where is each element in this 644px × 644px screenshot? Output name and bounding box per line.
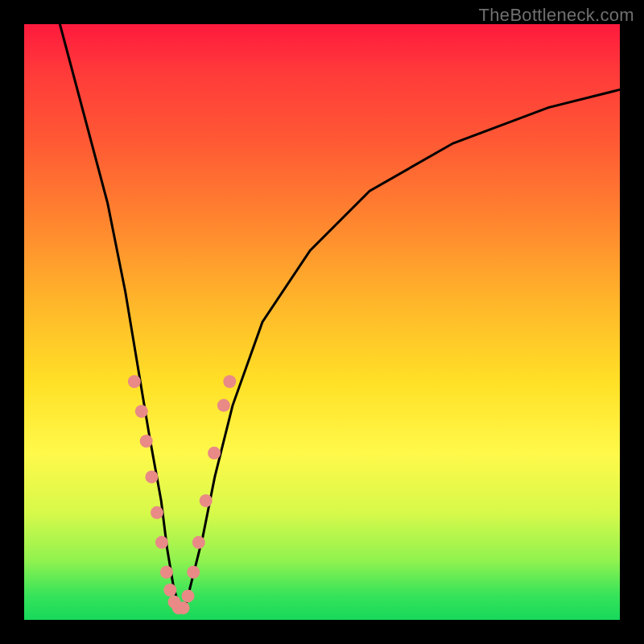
highlight-dot — [182, 589, 195, 602]
highlight-dot — [160, 566, 173, 579]
highlight-dots-group — [128, 375, 236, 614]
highlight-dot — [200, 494, 213, 507]
highlight-dot — [128, 375, 141, 388]
curve-layer — [24, 24, 620, 620]
bottleneck-curve — [60, 24, 620, 608]
highlight-dot — [155, 536, 168, 549]
plot-area — [24, 24, 620, 620]
highlight-dot — [177, 601, 190, 614]
highlight-dot — [151, 506, 163, 519]
watermark-text: TheBottleneck.com — [479, 5, 634, 26]
highlight-dot — [135, 405, 148, 418]
highlight-dot — [145, 470, 158, 483]
chart-frame: TheBottleneck.com — [0, 0, 644, 644]
highlight-dot — [217, 399, 230, 412]
highlight-dot — [192, 536, 205, 549]
highlight-dot — [208, 447, 221, 460]
highlight-dot — [223, 375, 236, 388]
highlight-dot — [140, 435, 153, 448]
highlight-dot — [163, 584, 176, 597]
highlight-dot — [187, 566, 200, 579]
